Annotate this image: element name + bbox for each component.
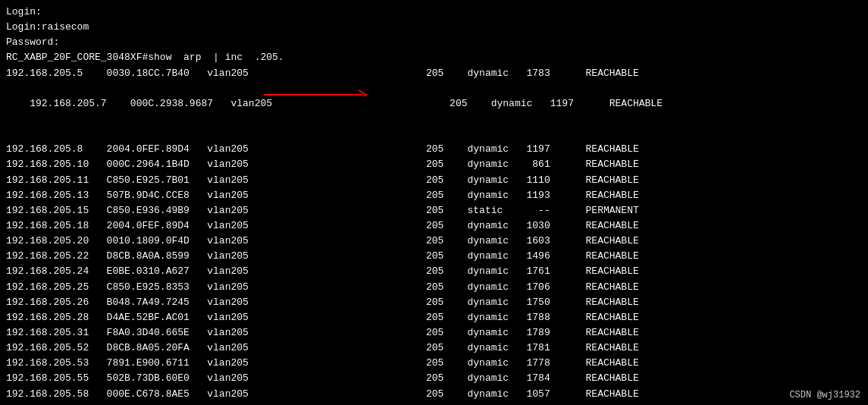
line-row-8: 192.168.205.18 2004.0FEF.89D4 vlan205 20… <box>6 218 862 234</box>
line-row-12: 192.168.205.25 C850.E925.8353 vlan205 20… <box>6 280 862 295</box>
line-row-19: 192.168.205.58 000E.C678.8AE5 vlan205 20… <box>6 387 862 402</box>
terminal-window: Login: Login:raisecom Password: RC_XABP_… <box>0 0 868 405</box>
line-row-10: 192.168.205.22 D8CB.8A0A.8599 vlan205 20… <box>6 249 862 264</box>
line-row-16: 192.168.205.52 D8CB.8A05.20FA vlan205 20… <box>6 341 862 356</box>
line-row-2: 192.168.205.7 000C.2938.9687 vlan205 205… <box>6 81 862 143</box>
line-row-18: 192.168.205.55 502B.73DB.60E0 vlan205 20… <box>6 371 862 386</box>
line-row-6: 192.168.205.13 507B.9D4C.CCE8 vlan205 20… <box>6 188 862 203</box>
line-row-9: 192.168.205.20 0010.1809.0F4D vlan205 20… <box>6 234 862 249</box>
line-row-17: 192.168.205.53 7891.E900.6711 vlan205 20… <box>6 356 862 371</box>
red-underline-arrow <box>264 83 385 96</box>
line-row-15: 192.168.205.31 F8A0.3D40.665E vlan205 20… <box>6 325 862 341</box>
line-command: RC_XABP_20F_CORE_3048XF#show arp | inc .… <box>6 50 862 65</box>
line-row-5: 192.168.205.11 C850.E925.7B01 vlan205 20… <box>6 173 862 188</box>
line-row-11: 192.168.205.24 E0BE.0310.A627 vlan205 20… <box>6 264 862 279</box>
line-row-13: 192.168.205.26 B048.7A49.7245 vlan205 20… <box>6 295 862 310</box>
line-row-2-text: 192.168.205.7 000C.2938.9687 vlan205 205… <box>30 98 663 109</box>
line-password: Password: <box>6 35 862 50</box>
line-row-14: 192.168.205.28 D4AE.52BF.AC01 vlan205 20… <box>6 310 862 325</box>
line-row-7: 192.168.205.15 C850.E936.49B9 vlan205 20… <box>6 203 862 218</box>
watermark: CSDN @wj31932 <box>789 390 860 400</box>
line-row-1: 192.168.205.5 0030.18CC.7B40 vlan205 205… <box>6 66 862 81</box>
line-row-4: 192.168.205.10 000C.2964.1B4D vlan205 20… <box>6 157 862 172</box>
line-row-20: 192.168.205.59 D076.E720.2FF0 vlan205 20… <box>6 402 862 405</box>
line-login: Login: <box>6 5 862 20</box>
line-login-user: Login:raisecom <box>6 20 862 35</box>
line-row-3: 192.168.205.8 2004.0FEF.89D4 vlan205 205… <box>6 142 862 157</box>
